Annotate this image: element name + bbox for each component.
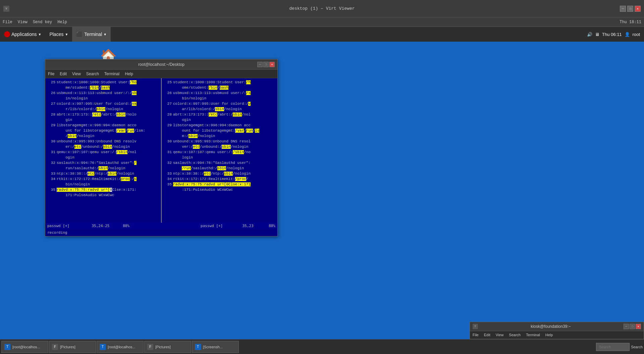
- terminal-menu-view[interactable]: View: [72, 72, 81, 76]
- terminal-menu-edit[interactable]: Edit: [60, 72, 67, 76]
- taskbar-search-input[interactable]: [596, 343, 630, 351]
- table-row: 34 rtkit:x:172:172:RealtimeKit:/proc:/s …: [47, 176, 159, 187]
- virt-menu-view[interactable]: View: [18, 20, 28, 25]
- kiosk-close-button[interactable]: ✕: [636, 324, 641, 329]
- taskbar: T [root@localhos... F [Pictures] T [root…: [0, 339, 644, 354]
- table-row: 35 radvd:x:75:75:radvd ur^[0Clse:x:171 :…: [164, 182, 275, 192]
- terminal-menu-search[interactable]: Search: [86, 72, 99, 76]
- gnome-places-menu[interactable]: Places ▼: [45, 27, 72, 42]
- taskbar-item-4-icon: T: [195, 344, 201, 350]
- taskbar-item-0[interactable]: T [root@localhos...: [1, 341, 48, 353]
- taskbar-item-0-icon: T: [4, 344, 10, 350]
- gnome-display-icon: 🖥: [595, 32, 599, 37]
- kiosk-menu-terminal[interactable]: Terminal: [526, 333, 540, 337]
- kiosk-titlebar: T kiosk@foundation39:~ — ❐ ✕: [470, 322, 644, 331]
- kiosk-menu-edit[interactable]: Edit: [484, 333, 490, 337]
- kiosk-menu-search[interactable]: Search: [509, 333, 521, 337]
- terminal-menu-help[interactable]: Help: [125, 72, 133, 76]
- terminal-right-pane: 25 student:x:1000:1000:Student User:/h o…: [162, 78, 277, 223]
- kiosk-menu-help[interactable]: Help: [545, 333, 553, 337]
- gnome-user-label: root: [633, 32, 640, 37]
- statusbar-pos-right: 35,23: [243, 224, 254, 228]
- virt-time: Thu 18:11: [620, 20, 641, 25]
- kiosk-restore-button[interactable]: ❐: [630, 324, 635, 329]
- virt-menu-file[interactable]: File: [3, 20, 12, 25]
- gnome-user-icon: 👤: [625, 32, 630, 37]
- taskbar-item-4-label: [Screensh...: [203, 345, 223, 349]
- taskbar-item-1[interactable]: F [Pictures]: [49, 341, 96, 353]
- statusbar-left-text: passwd [+] 35,24-25 88%: [47, 224, 198, 228]
- terminal-statusbar: passwd [+] 35,24-25 88% passwd [+] 35,23…: [45, 223, 277, 229]
- gnome-terminal-label: Terminal: [84, 32, 102, 37]
- virt-menubar: File View Send key Help Thu 18:11: [0, 17, 644, 27]
- gnome-panel: Applications ▼ Places ▼ ⬛ Terminal ▼ 🔊 🖥…: [0, 27, 644, 42]
- terminal-menubar: File Edit View Search Terminal Help: [45, 70, 277, 78]
- table-row: 33 ntp:x:38:38::/etc/ntp:/sbin/nologin: [164, 171, 275, 176]
- kiosk-menu-view[interactable]: View: [496, 333, 504, 337]
- table-row: 25 student:x:1000:1000:Student User:/ho …: [47, 80, 159, 90]
- kiosk-terminal-icon: T: [473, 324, 478, 329]
- terminal-window-title: root@localhost:~/Desktop: [138, 62, 184, 67]
- terminal-restore-button[interactable]: ❐: [263, 62, 269, 67]
- gnome-applications-menu[interactable]: Applications ▼: [0, 27, 45, 42]
- taskbar-item-4[interactable]: T [Screensh...: [192, 341, 239, 353]
- kiosk-ctrl-buttons: — ❐ ✕: [624, 324, 641, 329]
- taskbar-item-3[interactable]: F [Pictures]: [144, 341, 191, 353]
- statusbar-pct-right: 88%: [269, 224, 275, 228]
- table-row: 26 usbmuxd:x:113:113:usbmuxd user:/:/s b…: [164, 90, 275, 101]
- kiosk-menubar: File Edit View Search Terminal Help: [470, 331, 644, 339]
- table-row: 31 qemu:x:107:107:qemu user:/:/sbin/nol …: [47, 149, 159, 160]
- statusbar-filename-right: passwd [+]: [201, 224, 223, 228]
- gnome-places-label: Places: [49, 32, 63, 37]
- kiosk-terminal-window: T kiosk@foundation39:~ — ❐ ✕ File Edit V…: [470, 322, 644, 339]
- vm-desktop: Applications ▼ Places ▼ ⬛ Terminal ▼ 🔊 🖥…: [0, 27, 644, 354]
- taskbar-item-2[interactable]: T [root@localhos...: [97, 341, 144, 353]
- table-row: 31 qemu:x:107:107:qemu user:/:/sbin/no l…: [164, 149, 275, 160]
- virt-viewer-controls: — ❐ ✕: [620, 6, 641, 12]
- terminal-ctrl-buttons: — ❐ ✕: [257, 62, 275, 67]
- terminal-minimize-button[interactable]: —: [257, 62, 263, 67]
- kiosk-minimize-button[interactable]: —: [624, 324, 629, 329]
- terminal-titlebar: root@localhost:~/Desktop — ❐ ✕: [45, 59, 277, 70]
- taskbar-item-3-label: [Pictures]: [155, 345, 171, 349]
- kiosk-terminal-title: kiosk@foundation39:~: [531, 324, 571, 329]
- terminal-content[interactable]: 25 student:x:1000:1000:Student User:/ho …: [45, 78, 277, 223]
- terminal-arrow-icon: ▼: [103, 33, 107, 36]
- virt-minimize-button[interactable]: —: [620, 6, 626, 12]
- terminal-close-button[interactable]: ✕: [269, 62, 275, 67]
- gnome-audio-icon: 🔊: [587, 32, 592, 37]
- table-row: 32 saslauth:x:994:76:"Saslauthd user":/ …: [47, 160, 159, 171]
- terminal-recording-bar: recording: [45, 229, 277, 236]
- terminal-menu-file[interactable]: File: [48, 72, 54, 76]
- gnome-time: Thu 06:11: [602, 32, 622, 37]
- table-row: 29 libstoragemgmt:x:996:994:daemon acc o…: [164, 123, 275, 139]
- places-arrow-icon: ▼: [65, 33, 68, 36]
- virt-titlebar-left: V: [3, 6, 9, 12]
- gnome-terminal-button[interactable]: ⬛ Terminal ▼: [72, 27, 111, 42]
- statusbar-pos-left: 35,24-25: [92, 224, 109, 228]
- table-row: 27 colord:x:997:995:User for colord:/va …: [47, 101, 159, 112]
- table-row: 33 ntp:x:38:38::/etc/ntp:/sbin/nologin: [47, 171, 159, 176]
- virt-close-button[interactable]: ✕: [635, 6, 641, 12]
- recording-label: recording: [47, 230, 67, 235]
- table-row: 28 abrt:x:173:173::/etc/abrt:/sbin/nolo …: [47, 112, 159, 123]
- table-row: 29 libstoragemgmt:x:996:994:daemon acco …: [47, 123, 159, 139]
- table-row: 30 unbound:x:995:993:Unbound DNS resolv …: [47, 139, 159, 149]
- table-row: 34 rtkit:x:172:172:RealtimeKit:/proc/: [164, 176, 275, 182]
- virt-restore-button[interactable]: ❐: [627, 6, 633, 12]
- table-row: 27 colord:x:997:995:User for colord:/v a…: [164, 101, 275, 112]
- kiosk-menu-file[interactable]: File: [473, 333, 479, 337]
- virt-menu-help[interactable]: Help: [57, 20, 67, 25]
- taskbar-item-1-icon: F: [52, 344, 58, 350]
- virt-menu-sendkey[interactable]: Send key: [33, 20, 52, 25]
- taskbar-item-2-label: [root@localhos...: [108, 345, 136, 349]
- taskbar-item-3-icon: F: [147, 344, 153, 350]
- terminal-left-pane: 25 student:x:1000:1000:Student User:/ho …: [45, 78, 161, 223]
- statusbar-right-text: passwd [+] 35,23 88%: [201, 224, 275, 228]
- taskbar-item-1-label: [Pictures]: [60, 345, 75, 349]
- terminal-icon: ⬛: [76, 31, 83, 38]
- taskbar-item-2-icon: T: [100, 344, 106, 350]
- gnome-logo-icon: [4, 31, 10, 37]
- terminal-menu-terminal[interactable]: Terminal: [104, 72, 119, 76]
- taskbar-search: Search: [596, 343, 643, 351]
